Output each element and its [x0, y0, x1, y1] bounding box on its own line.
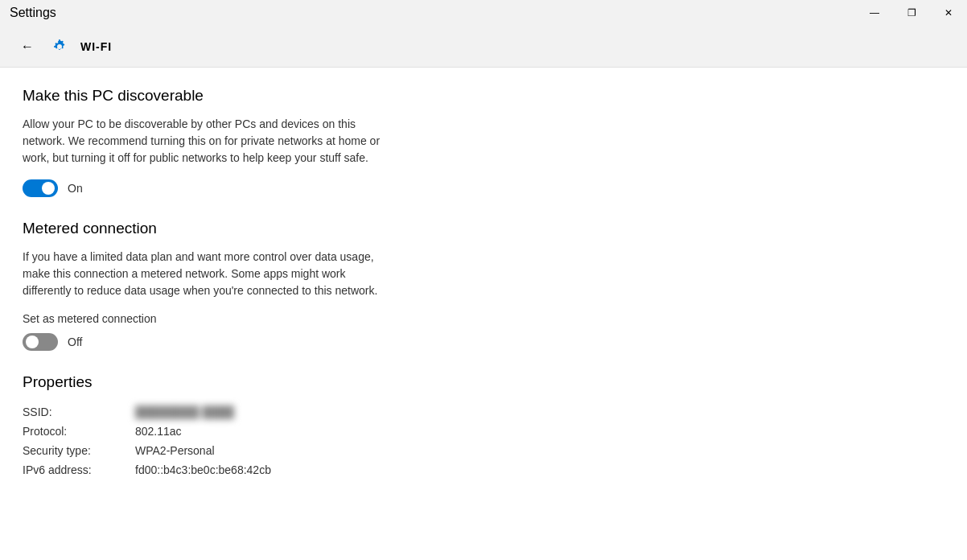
property-key-protocol: Protocol: — [23, 425, 135, 438]
discoverable-section: Make this PC discoverable Allow your PC … — [23, 87, 944, 197]
maximize-button[interactable]: ❐ — [893, 0, 930, 26]
property-row-protocol: Protocol: 802.11ac — [23, 425, 944, 438]
discoverable-toggle-thumb — [42, 182, 55, 195]
content-area: Make this PC discoverable Allow your PC … — [0, 68, 967, 560]
property-key-ipv6: IPv6 address: — [23, 463, 135, 476]
properties-section: Properties SSID: ████████ ████ Protocol:… — [23, 373, 944, 476]
metered-toggle-row: Off — [23, 333, 944, 351]
minimize-button[interactable]: — — [856, 0, 893, 26]
metered-description: If you have a limited data plan and want… — [23, 249, 393, 299]
discoverable-toggle[interactable] — [23, 179, 58, 197]
title-bar-left: Settings — [10, 6, 56, 20]
property-value-ipv6: fd00::b4c3:be0c:be68:42cb — [135, 463, 271, 476]
back-button[interactable]: ← — [16, 35, 39, 58]
settings-icon — [51, 39, 68, 55]
metered-toggle-thumb — [26, 336, 39, 348]
metered-toggle[interactable] — [23, 333, 58, 351]
title-bar-title: Settings — [10, 6, 56, 20]
title-bar-controls: — ❐ ✕ — [856, 0, 967, 26]
window: Settings — ❐ ✕ ← WI-FI Make this PC disc… — [0, 0, 967, 560]
property-row-security: Security type: WPA2-Personal — [23, 444, 944, 457]
discoverable-description: Allow your PC to be discoverable by othe… — [23, 116, 393, 167]
property-value-security: WPA2-Personal — [135, 444, 215, 457]
property-value-ssid: ████████ ████ — [135, 406, 234, 418]
discoverable-toggle-label: On — [68, 182, 83, 195]
metered-title: Metered connection — [23, 220, 944, 237]
metered-sublabel: Set as metered connection — [23, 312, 944, 325]
property-key-ssid: SSID: — [23, 406, 135, 418]
property-key-security: Security type: — [23, 444, 135, 457]
property-row-ipv6: IPv6 address: fd00::b4c3:be0c:be68:42cb — [23, 463, 944, 476]
header: ← WI-FI — [0, 26, 967, 68]
title-bar: Settings — ❐ ✕ — [0, 0, 967, 26]
metered-toggle-label: Off — [68, 336, 82, 348]
page-title: WI-FI — [80, 40, 112, 53]
close-button[interactable]: ✕ — [930, 0, 967, 26]
discoverable-title: Make this PC discoverable — [23, 87, 944, 105]
discoverable-toggle-row: On — [23, 179, 944, 197]
property-value-protocol: 802.11ac — [135, 425, 182, 438]
property-row-ssid: SSID: ████████ ████ — [23, 406, 944, 418]
metered-section: Metered connection If you have a limited… — [23, 220, 944, 351]
properties-title: Properties — [23, 373, 944, 391]
